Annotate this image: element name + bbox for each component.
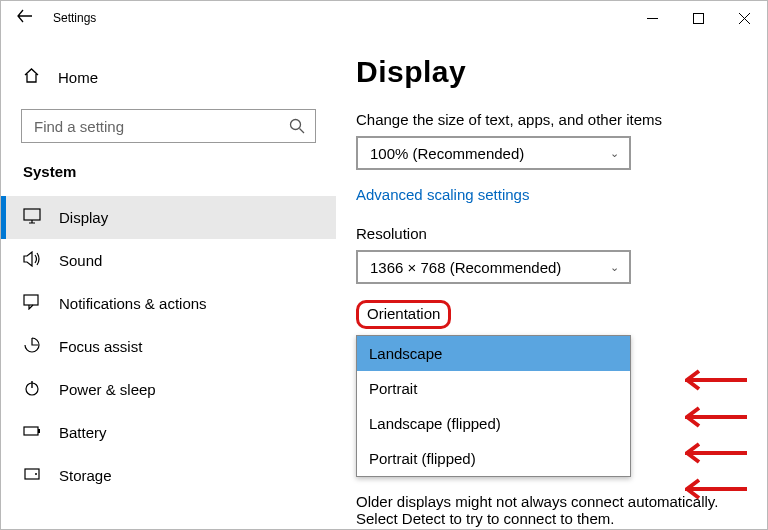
- sidebar-item-label: Battery: [59, 424, 107, 441]
- sidebar-item-notifications[interactable]: Notifications & actions: [1, 282, 336, 325]
- svg-point-1: [291, 120, 301, 130]
- svg-rect-3: [24, 295, 38, 305]
- home-link[interactable]: Home: [1, 59, 336, 95]
- orientation-option-portrait[interactable]: Portrait: [357, 371, 630, 406]
- orientation-option-landscape[interactable]: Landscape: [357, 336, 630, 371]
- focus-assist-icon: [23, 337, 41, 356]
- search-icon: [289, 118, 305, 134]
- display-icon: [23, 208, 41, 227]
- scale-value: 100% (Recommended): [370, 145, 524, 162]
- chevron-down-icon: ⌄: [610, 147, 619, 160]
- advanced-scaling-link[interactable]: Advanced scaling settings: [356, 186, 737, 203]
- power-icon: [23, 380, 41, 399]
- sidebar-item-label: Storage: [59, 467, 112, 484]
- maximize-button[interactable]: [675, 3, 721, 33]
- window-title: Settings: [47, 11, 96, 25]
- section-title: System: [1, 163, 336, 196]
- sidebar-item-label: Notifications & actions: [59, 295, 207, 312]
- orientation-option-portrait-flipped[interactable]: Portrait (flipped): [357, 441, 630, 476]
- home-icon: [23, 67, 40, 87]
- sidebar-item-focus-assist[interactable]: Focus assist: [1, 325, 336, 368]
- resolution-value: 1366 × 768 (Recommended): [370, 259, 561, 276]
- notifications-icon: [23, 294, 41, 313]
- sidebar-item-label: Sound: [59, 252, 102, 269]
- sidebar-item-label: Focus assist: [59, 338, 142, 355]
- annotation-arrow: [685, 406, 749, 428]
- orientation-option-landscape-flipped[interactable]: Landscape (flipped): [357, 406, 630, 441]
- sidebar-item-label: Power & sleep: [59, 381, 156, 398]
- sound-icon: [23, 251, 41, 270]
- home-label: Home: [58, 69, 98, 86]
- main-panel: Display Change the size of text, apps, a…: [336, 35, 767, 529]
- chevron-down-icon: ⌄: [610, 261, 619, 274]
- close-icon: [739, 13, 750, 24]
- annotation-arrow: [685, 369, 749, 391]
- sidebar-item-display[interactable]: Display: [1, 196, 336, 239]
- sidebar-item-label: Display: [59, 209, 108, 226]
- page-title: Display: [356, 55, 737, 89]
- svg-rect-2: [24, 209, 40, 220]
- maximize-icon: [693, 13, 704, 24]
- minimize-icon: [647, 13, 658, 24]
- svg-rect-0: [693, 13, 703, 23]
- resolution-label: Resolution: [356, 225, 737, 242]
- orientation-label-highlight: Orientation: [356, 300, 451, 329]
- minimize-button[interactable]: [629, 3, 675, 33]
- back-button[interactable]: [17, 8, 47, 28]
- sidebar-item-power-sleep[interactable]: Power & sleep: [1, 368, 336, 411]
- storage-icon: [23, 466, 41, 485]
- annotation-arrow: [685, 478, 749, 500]
- svg-point-8: [35, 473, 37, 475]
- footer-text: Older displays might not always connect …: [356, 493, 736, 527]
- svg-rect-5: [24, 427, 38, 435]
- sidebar-item-sound[interactable]: Sound: [1, 239, 336, 282]
- scale-dropdown[interactable]: 100% (Recommended) ⌄: [356, 136, 631, 170]
- resolution-dropdown[interactable]: 1366 × 768 (Recommended) ⌄: [356, 250, 631, 284]
- annotation-arrow: [685, 442, 749, 464]
- scale-label: Change the size of text, apps, and other…: [356, 111, 737, 128]
- sidebar-item-storage[interactable]: Storage: [1, 454, 336, 497]
- sidebar: Home System Display Sound Notifications …: [1, 35, 336, 529]
- sidebar-item-battery[interactable]: Battery: [1, 411, 336, 454]
- close-button[interactable]: [721, 3, 767, 33]
- search-field[interactable]: [34, 118, 289, 135]
- orientation-dropdown-open[interactable]: Landscape Portrait Landscape (flipped) P…: [356, 335, 631, 477]
- back-arrow-icon: [17, 8, 33, 24]
- battery-icon: [23, 423, 41, 442]
- search-input[interactable]: [21, 109, 316, 143]
- svg-rect-6: [38, 429, 40, 433]
